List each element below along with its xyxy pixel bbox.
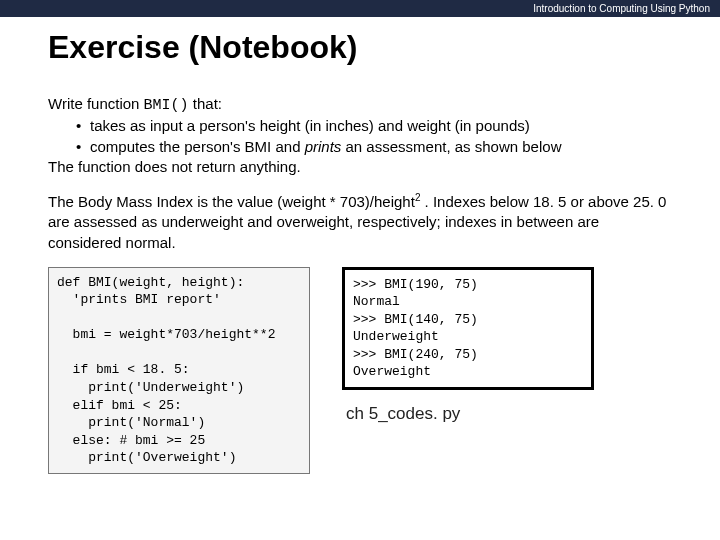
intro-prefix: Write function: [48, 95, 144, 112]
header-text: Introduction to Computing Using Python: [533, 3, 710, 14]
paragraph-2: The Body Mass Index is the value (weight…: [48, 191, 672, 253]
right-column: >>> BMI(190, 75) Normal >>> BMI(140, 75)…: [342, 267, 594, 424]
para2-a: The Body Mass Index is the value (weight…: [48, 193, 415, 210]
intro-end: The function does not return anything.: [48, 158, 301, 175]
header-bar: Introduction to Computing Using Python: [0, 0, 720, 17]
intro-code: BMI(): [144, 97, 189, 114]
code-output-box: >>> BMI(190, 75) Normal >>> BMI(140, 75)…: [342, 267, 594, 390]
bullet-list: takes as input a person's height (in inc…: [76, 116, 672, 157]
slide-title: Exercise (Notebook): [48, 29, 672, 66]
bullet-1: takes as input a person's height (in inc…: [76, 116, 672, 136]
bullet2-ital: prints: [305, 138, 342, 155]
intro-suffix: that:: [189, 95, 222, 112]
bullet2-a: computes the person's BMI and: [90, 138, 305, 155]
bullet-2: computes the person's BMI and prints an …: [76, 137, 672, 157]
intro-block: Write function BMI() that: takes as inpu…: [48, 94, 672, 177]
bullet2-b: an assessment, as shown below: [341, 138, 561, 155]
code-boxes-row: def BMI(weight, height): 'prints BMI rep…: [48, 267, 672, 474]
filename-label: ch 5_codes. py: [346, 404, 594, 424]
code-definition-box: def BMI(weight, height): 'prints BMI rep…: [48, 267, 310, 474]
slide-content: Exercise (Notebook) Write function BMI()…: [0, 17, 720, 474]
